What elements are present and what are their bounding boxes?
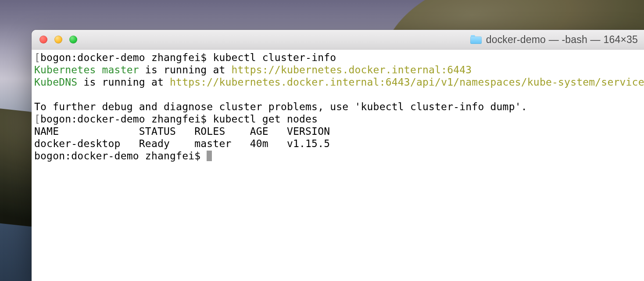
terminal-line: bogon:docker-demo zhangfei$ (34, 150, 641, 162)
table-row: docker-desktop Ready master 40m v1.15.5 (34, 137, 641, 150)
prompt-text: bogon:docker-demo zhangfei$ (40, 52, 213, 63)
prompt-text: bogon:docker-demo zhangfei$ (34, 150, 207, 162)
prompt-text: bogon:docker-demo zhangfei$ (40, 113, 213, 125)
minimize-button[interactable] (54, 36, 62, 43)
titlebar[interactable]: docker-demo — -bash — 164×35 (32, 30, 644, 50)
close-button[interactable] (39, 36, 47, 43)
window-title: docker-demo — -bash — 164×35 (486, 34, 638, 46)
service-name: KubeDNS (34, 76, 77, 88)
service-url: https://kubernetes.docker.internal:6443 (232, 64, 472, 76)
output-text: is running at (139, 64, 232, 76)
terminal-line: KubeDNS is running at https://kubernetes… (34, 76, 641, 88)
command-text: kubectl cluster-info (213, 52, 336, 63)
table-header: NAME STATUS ROLES AGE VERSION (34, 125, 641, 137)
service-name: Kubernetes master (34, 64, 139, 76)
folder-icon (470, 35, 482, 44)
traffic-lights (32, 36, 77, 43)
terminal-window: docker-demo — -bash — 164×35 [bogon:dock… (32, 30, 644, 281)
output-text: is running at (77, 76, 170, 88)
window-title-cluster: docker-demo — -bash — 164×35 (470, 30, 638, 49)
prompt-bracket: [ (34, 113, 40, 125)
terminal-line: [bogon:docker-demo zhangfei$ kubectl clu… (34, 51, 641, 64)
service-url: https://kubernetes.docker.internal:6443/… (170, 76, 644, 88)
terminal-line: [bogon:docker-demo zhangfei$ kubectl get… (34, 113, 641, 125)
terminal-line: Kubernetes master is running at https://… (34, 64, 641, 76)
zoom-button[interactable] (69, 36, 77, 43)
command-text: kubectl get nodes (213, 113, 318, 125)
terminal-line (34, 88, 641, 101)
terminal-line: To further debug and diagnose cluster pr… (34, 101, 641, 113)
terminal-body[interactable]: [bogon:docker-demo zhangfei$ kubectl clu… (32, 50, 644, 281)
cursor (207, 151, 212, 161)
prompt-bracket: [ (34, 52, 40, 63)
